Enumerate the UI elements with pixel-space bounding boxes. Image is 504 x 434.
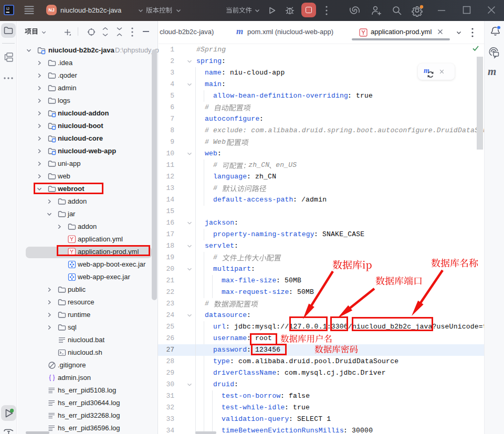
svg-text:IJ: IJ <box>6 6 9 11</box>
